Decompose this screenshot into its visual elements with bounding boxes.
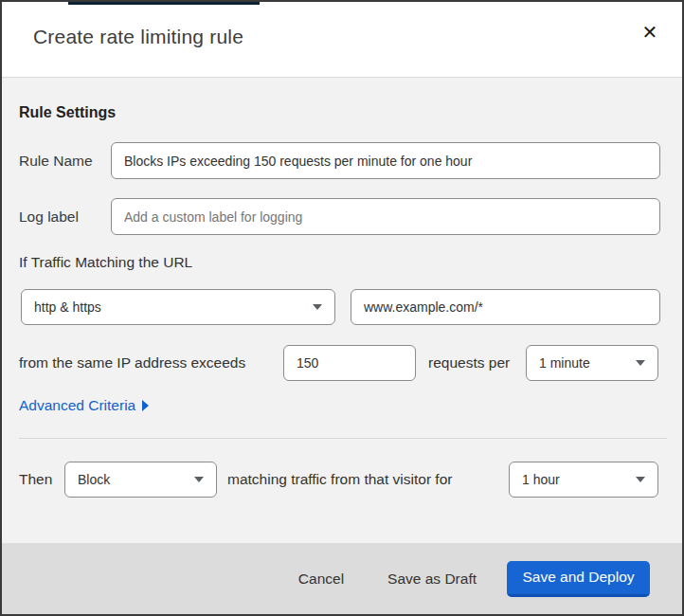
log-label-input[interactable]: [111, 198, 660, 235]
modal-header: Create rate limiting rule ✕: [2, 5, 682, 78]
log-label-label: Log label: [19, 198, 79, 235]
chevron-down-icon: [636, 477, 645, 482]
save-as-draft-button[interactable]: Save as Draft: [384, 563, 480, 595]
advanced-criteria-label: Advanced Criteria: [19, 397, 135, 414]
scheme-select[interactable]: http & https: [21, 289, 335, 325]
chevron-down-icon: [313, 304, 322, 310]
rule-name-input[interactable]: [111, 142, 660, 179]
period-select-value: 1 minute: [539, 355, 590, 371]
cancel-button[interactable]: Cancel: [295, 563, 348, 595]
action-select[interactable]: Block: [64, 462, 217, 498]
save-and-deploy-button[interactable]: Save and Deploy: [507, 561, 650, 597]
chevron-down-icon: [194, 477, 204, 482]
threshold-suffix-text: requests per: [428, 345, 510, 381]
period-select[interactable]: 1 minute: [526, 345, 658, 381]
action-select-value: Block: [78, 472, 110, 487]
url-pattern-input[interactable]: [351, 289, 660, 325]
threshold-prefix-text: from the same IP address exceeds: [19, 345, 245, 381]
scheme-select-value: http & https: [34, 299, 101, 315]
rule-name-label: Rule Name: [19, 142, 93, 179]
chevron-down-icon: [636, 360, 645, 366]
rate-limit-modal-screenshot: Create rate limiting rule ✕ Rule Setting…: [0, 0, 684, 616]
modal-body: Rule Settings Rule Name Log label If Tra…: [2, 78, 682, 543]
match-intro-text: If Traffic Matching the URL: [19, 245, 192, 281]
close-icon[interactable]: ✕: [634, 16, 666, 48]
duration-select[interactable]: 1 hour: [509, 462, 658, 498]
advanced-criteria-link[interactable]: Advanced Criteria: [19, 397, 149, 414]
duration-select-value: 1 hour: [522, 472, 560, 487]
modal-footer: Cancel Save as Draft Save and Deploy: [2, 543, 682, 614]
section-heading-rule-settings: Rule Settings: [19, 104, 116, 121]
modal-title: Create rate limiting rule: [33, 26, 243, 48]
chevron-right-icon: [142, 400, 149, 411]
section-divider: [19, 438, 667, 439]
threshold-input[interactable]: [283, 345, 416, 381]
action-middle-text: matching traffic from that visitor for: [227, 462, 452, 498]
action-prefix-text: Then: [19, 462, 52, 498]
